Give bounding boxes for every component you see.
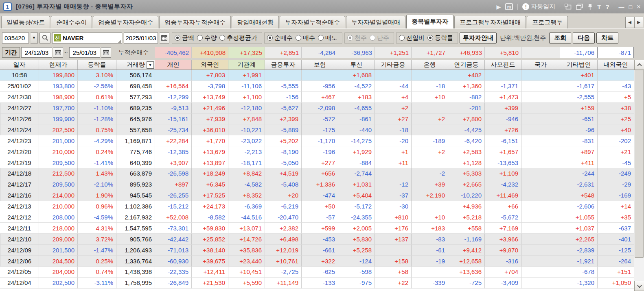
radio-매도[interactable] (318, 35, 324, 41)
cell-연기금등: +9,412 (448, 245, 484, 256)
cell-금융투자: -8,190 (265, 146, 301, 157)
table-row-24/12/30[interactable]: 24/12/30198,9000.61%577,293-12,299+13,74… (0, 92, 634, 103)
tab-scroll-left-icon[interactable]: ◀ (625, 17, 634, 28)
minimize-icon[interactable]: — (619, 4, 624, 10)
chevron-down-icon (637, 283, 642, 287)
table-row-25/01/02[interactable]: 25/01/02193,800-2.56%698,458+16,564-3,79… (0, 81, 634, 92)
tab-3[interactable]: 업종별투자자순매수 (93, 16, 158, 28)
cell-내외국인: -264 (597, 256, 634, 267)
cell-금융투자: +4,519 (265, 168, 301, 179)
table-row-24/12/19[interactable]: 24/12/19209,500-1.41%640,399+3,907+13,89… (0, 157, 634, 168)
cell-개인: -15,212 (155, 201, 191, 212)
cell-기타금융: -18 (375, 124, 411, 135)
table-row-24/12/06[interactable]: 24/12/06204,5000.25%1,336,764-60,930+39,… (0, 256, 634, 267)
tab-4[interactable]: 업종투자자누적순매수 (159, 16, 231, 28)
close-icon[interactable]: × (637, 3, 641, 11)
cell-보험: +467 (301, 92, 338, 103)
radio-전일비[interactable] (399, 35, 405, 41)
radio-순매수[interactable] (267, 35, 273, 41)
cell-연기금등: +1,360 (448, 81, 484, 92)
tab-7[interactable]: 투자자별일별매매 (346, 16, 405, 28)
table-row-24/12/12[interactable]: 24/12/12208,000-4.59%2,167,932+52,008-8,… (0, 212, 634, 223)
cell-등락률: 3.10% (77, 70, 116, 81)
cell-거래량: 577,293 (116, 92, 155, 103)
table-row-24/12/13[interactable]: 24/12/13210,0000.96%1,102,386-15,212+24,… (0, 201, 634, 212)
resize-grip-icon[interactable] (118, 39, 121, 43)
tab-8[interactable]: 종목별투자자 (406, 15, 453, 28)
radio-매수[interactable] (296, 35, 301, 41)
cell-기타법인: +1,037 (560, 223, 597, 234)
stock-search-button[interactable] (39, 33, 50, 43)
table-row-24/12/09[interactable]: 24/12/09201,500-1.47%1,206,493-71,013+38… (0, 245, 634, 256)
tab-2[interactable]: 순매수추이 (51, 16, 92, 28)
period-to-input[interactable]: 25/01/03 (69, 47, 100, 58)
period-to-calendar-button[interactable] (101, 47, 111, 58)
cell-등락률: -1.28% (77, 114, 116, 125)
base-date-input[interactable]: 2025/01/03 (124, 33, 158, 43)
base-date-calendar-button[interactable] (160, 33, 169, 43)
radio-수량[interactable] (197, 35, 203, 41)
table-row-24/12/10[interactable]: 24/12/10209,0003.72%905,766-42,442+25,85… (0, 234, 634, 245)
stock-code-dropdown-icon[interactable]: ▼ (31, 33, 38, 43)
sort-dropdown-icon[interactable]: ▼ (147, 61, 154, 69)
vertical-scrollbar[interactable] (634, 60, 644, 291)
scroll-up-button[interactable] (634, 60, 644, 70)
cell-국가 (521, 223, 560, 234)
period-from-calendar-button[interactable] (53, 47, 63, 58)
table-row-24/12/27[interactable]: 24/12/27197,700-1.10%689,235-9,513+21,49… (0, 103, 634, 114)
cell-외국인: +18,249 (191, 168, 228, 179)
table-row-24/12/05[interactable]: 24/12/05204,0000.74%1,438,398-22,335+12,… (0, 267, 634, 278)
cell-기타법인: -1,320 (560, 278, 597, 289)
maximize-icon[interactable]: □ (629, 4, 632, 10)
table-row-24/12/18[interactable]: 24/12/18212,5001.43%663,879-26,598+18,24… (0, 168, 634, 179)
stock-code-input[interactable]: 035420 (2, 33, 29, 43)
table-row-24/12/17[interactable]: 24/12/17209,500-2.10%895,923+897+6,345-4… (0, 179, 634, 190)
scrollbar-thumb[interactable] (635, 70, 644, 258)
tab-5[interactable]: 당일매매현황 (232, 16, 279, 28)
column-header-내외국인: 내외국인 (597, 60, 634, 69)
play-icon[interactable]: ▶ (496, 4, 501, 10)
table-row-24/12/26[interactable]: 24/12/26199,900-1.28%645,976-15,161+7,93… (0, 114, 634, 125)
memo-icon[interactable]: m (505, 3, 513, 10)
table-row-24/12/20[interactable]: 24/12/20210,0000.24%775,746-12,385+13,67… (0, 146, 634, 157)
chart-button[interactable]: 차트 (596, 33, 618, 43)
column-header-label: 기타금융 (381, 61, 405, 69)
table-row-24/12/04[interactable]: 24/12/04202,500-3.11%1,758,995-26,849+21… (0, 278, 634, 289)
table-row-10:58[interactable]: 10:58199,8003.10%506,174+7,803+1,991+1,6… (0, 70, 634, 81)
cell-기타법인: -244 (560, 168, 597, 179)
help-icon[interactable]: ? (605, 3, 609, 10)
table-row-24/12/23[interactable]: 24/12/23201,000-4.29%1,169,871+22,284+1,… (0, 135, 634, 146)
tab-scroll-right-icon[interactable]: ▶ (634, 17, 643, 28)
cumulative-value-금융투자: +2,851 (265, 47, 301, 58)
pin-icon[interactable] (587, 4, 593, 10)
text-icon[interactable]: T (597, 3, 601, 10)
radio-등락률[interactable] (427, 35, 433, 41)
radio-추정평균가[interactable] (219, 35, 225, 41)
tab-10[interactable]: 프로그램투 (527, 16, 568, 28)
cell-일자: 24/12/19 (0, 157, 39, 168)
next-button[interactable]: 다음 (573, 33, 595, 43)
cell-기관계: +5,590 (228, 278, 265, 289)
tab-9[interactable]: 프로그램투자자별매매 (454, 16, 526, 28)
cell-일자: 24/12/30 (0, 92, 39, 103)
table-row-24/12/16[interactable]: 24/12/16214,0001.90%945,545-26,255+17,52… (0, 190, 634, 201)
tab-1[interactable]: 일별동향/차트 (1, 16, 50, 28)
tab-6[interactable]: 투자자별누적순매수 (280, 16, 345, 28)
investor-guide-button[interactable]: 투자자안내 (460, 33, 497, 43)
cascade-windows-icon[interactable] (576, 4, 583, 10)
query-button[interactable]: 조회 (549, 33, 571, 43)
cell-일자: 24/12/06 (0, 256, 39, 267)
period-from-input[interactable]: 24/12/03 (21, 47, 52, 58)
table-row-24/12/11[interactable]: 24/12/11218,0004.31%1,547,595-73,301+59,… (0, 223, 634, 234)
cell-사모펀드: +1,657 (484, 146, 521, 157)
dock-window-icon[interactable] (565, 4, 572, 10)
radio-금액[interactable] (175, 35, 180, 41)
scroll-down-button[interactable] (634, 281, 644, 291)
cell-기타금융: +176 (375, 223, 411, 234)
stock-name-field[interactable]: 신 NAVER (52, 33, 122, 43)
cumulative-value-외국인: +410,908 (191, 47, 228, 58)
table-row-24/12/24[interactable]: 24/12/24202,5000.75%557,658-25,734+36,01… (0, 124, 634, 135)
auto-journal-button[interactable]: ! 자동일지 (522, 3, 555, 11)
cell-기타법인: +411 (560, 157, 597, 168)
cell-연기금등: +13,636 (448, 267, 484, 278)
